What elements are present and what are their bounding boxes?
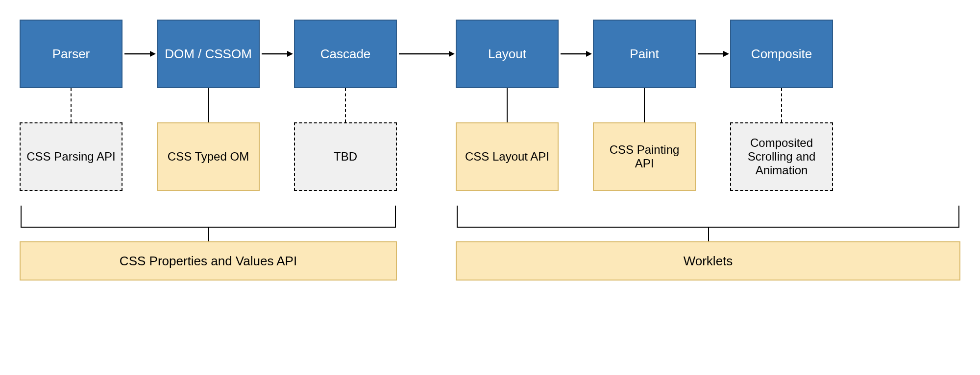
- api-tbd: TBD: [294, 122, 397, 191]
- api-css-layout: CSS Layout API: [456, 122, 559, 191]
- connector-line: [644, 88, 645, 122]
- stage-cascade: Cascade: [294, 20, 397, 88]
- connector-line-dashed: [71, 88, 72, 122]
- connector-row: [20, 88, 960, 122]
- stage-paint: Paint: [593, 20, 696, 88]
- connector-line-dashed: [781, 88, 782, 122]
- css-houdini-diagram: Parser DOM / CSSOM Cascade Layout Paint …: [20, 20, 960, 281]
- arrow-icon: [559, 20, 593, 88]
- bracket-right: [457, 206, 959, 228]
- api-css-typed-om: CSS Typed OM: [157, 122, 260, 191]
- api-composited-scrolling: Composited Scrolling and Animation: [730, 122, 833, 191]
- connector-line: [208, 88, 209, 122]
- arrow-icon: [397, 20, 456, 88]
- footer-row: CSS Properties and Values API Worklets: [20, 228, 960, 281]
- api-row: CSS Parsing API CSS Typed OM TBD CSS Lay…: [20, 122, 960, 191]
- stage-layout: Layout: [456, 20, 559, 88]
- svg-marker-5: [449, 51, 455, 57]
- connector-line: [507, 88, 508, 122]
- bracket-left: [21, 206, 396, 228]
- stage-parser: Parser: [20, 20, 122, 88]
- svg-marker-7: [586, 51, 592, 57]
- arrow-icon: [696, 20, 730, 88]
- group-css-properties-values: CSS Properties and Values API: [20, 241, 397, 281]
- connector-line-dashed: [345, 88, 346, 122]
- svg-marker-9: [723, 51, 729, 57]
- arrow-icon: [122, 20, 157, 88]
- stage-composite: Composite: [730, 20, 833, 88]
- pipeline-row: Parser DOM / CSSOM Cascade Layout Paint …: [20, 20, 960, 88]
- api-css-painting: CSS Painting API: [593, 122, 696, 191]
- stage-dom-cssom: DOM / CSSOM: [157, 20, 260, 88]
- bracket-row: [20, 206, 960, 228]
- api-css-parsing: CSS Parsing API: [20, 122, 122, 191]
- group-worklets: Worklets: [456, 241, 960, 281]
- arrow-icon: [260, 20, 294, 88]
- svg-marker-1: [150, 51, 156, 57]
- svg-marker-3: [287, 51, 293, 57]
